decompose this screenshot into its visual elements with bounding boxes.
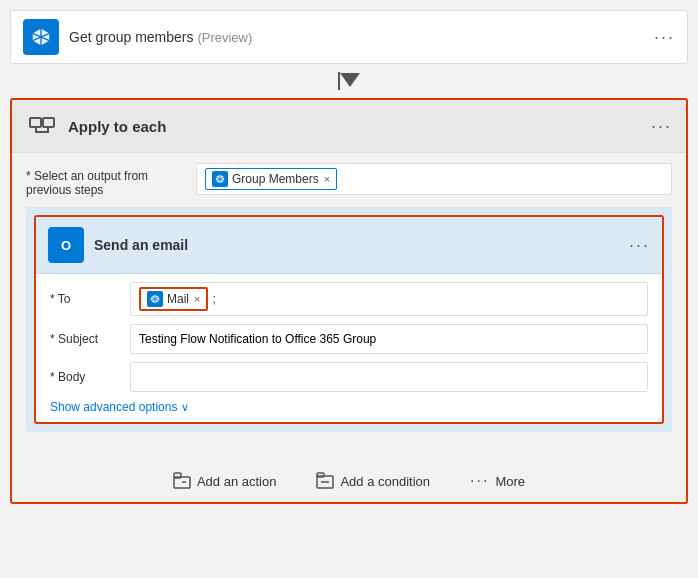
to-field-row: * To	[50, 282, 648, 316]
subject-field-row: * Subject	[50, 324, 648, 354]
more-button[interactable]: ··· More	[462, 468, 533, 494]
page-container: Get group members (Preview) ··· Apply to…	[0, 0, 698, 578]
to-cursor: ;	[212, 292, 215, 306]
show-advanced-label: Show advanced options	[50, 400, 177, 414]
get-group-members-icon	[23, 19, 59, 55]
svg-rect-5	[30, 118, 41, 127]
body-text-input[interactable]	[139, 370, 639, 384]
mail-token-icon	[147, 291, 163, 307]
more-label: More	[495, 474, 525, 489]
select-output-row: * Select an output from previous steps	[26, 163, 672, 197]
apply-each-more-button[interactable]: ···	[651, 116, 672, 137]
send-email-header: O Send an email ···	[36, 217, 662, 274]
more-dots-icon: ···	[470, 472, 489, 490]
bottom-actions-bar: Add an action Add a condition ··· More	[12, 450, 686, 502]
inner-actions-area: O Send an email ··· * To	[26, 207, 672, 432]
apply-each-body: * Select an output from previous steps	[12, 153, 686, 450]
body-field-row: * Body	[50, 362, 648, 392]
apply-to-each-card: Apply to each ··· * Select an output fro…	[10, 98, 688, 504]
send-email-body: * To	[36, 274, 662, 422]
select-output-input-area[interactable]: Group Members ×	[196, 163, 672, 195]
to-input[interactable]: Mail × ;	[130, 282, 648, 316]
email-icon: O	[48, 227, 84, 263]
to-label: * To	[50, 292, 130, 306]
add-action-icon	[173, 472, 191, 490]
card-title-text: Get group members	[69, 29, 194, 45]
send-email-more-button[interactable]: ···	[629, 235, 650, 256]
loop-icon	[26, 110, 58, 142]
connector-arrow	[338, 64, 360, 98]
subject-text-input[interactable]	[139, 332, 639, 346]
mail-token: Mail ×	[139, 287, 208, 311]
svg-rect-21	[317, 473, 324, 477]
svg-rect-18	[174, 473, 181, 478]
card-preview-label: (Preview)	[197, 30, 252, 45]
body-label: * Body	[50, 370, 130, 384]
apply-each-header: Apply to each ···	[12, 100, 686, 153]
card-title: Get group members (Preview)	[69, 29, 654, 45]
svg-marker-4	[340, 73, 360, 87]
add-condition-button[interactable]: Add a condition	[308, 468, 438, 494]
send-email-title: Send an email	[94, 237, 629, 253]
group-members-token: Group Members ×	[205, 168, 337, 190]
subject-input[interactable]	[130, 324, 648, 354]
card-more-button[interactable]: ···	[654, 27, 675, 48]
chevron-down-icon: ∨	[181, 401, 189, 414]
select-output-label: * Select an output from previous steps	[26, 163, 196, 197]
token-icon	[212, 171, 228, 187]
to-token-box[interactable]: Mail × ;	[139, 287, 216, 311]
body-input[interactable]	[130, 362, 648, 392]
token-input-box[interactable]: Group Members ×	[196, 163, 672, 195]
subject-label: * Subject	[50, 332, 130, 346]
add-condition-label: Add a condition	[340, 474, 430, 489]
send-email-card: O Send an email ··· * To	[34, 215, 664, 424]
add-condition-icon	[316, 472, 334, 490]
mail-token-remove[interactable]: ×	[194, 293, 200, 305]
token-remove-button[interactable]: ×	[324, 173, 330, 185]
add-action-label: Add an action	[197, 474, 277, 489]
mail-token-label: Mail	[167, 292, 189, 306]
arrow-head	[340, 73, 360, 87]
svg-rect-6	[43, 118, 54, 127]
add-action-button[interactable]: Add an action	[165, 468, 285, 494]
apply-each-title: Apply to each	[68, 118, 166, 135]
get-group-members-card: Get group members (Preview) ···	[10, 10, 688, 64]
token-label: Group Members	[232, 172, 319, 186]
show-advanced-options[interactable]: Show advanced options ∨	[50, 400, 648, 414]
svg-text:O: O	[61, 238, 71, 253]
